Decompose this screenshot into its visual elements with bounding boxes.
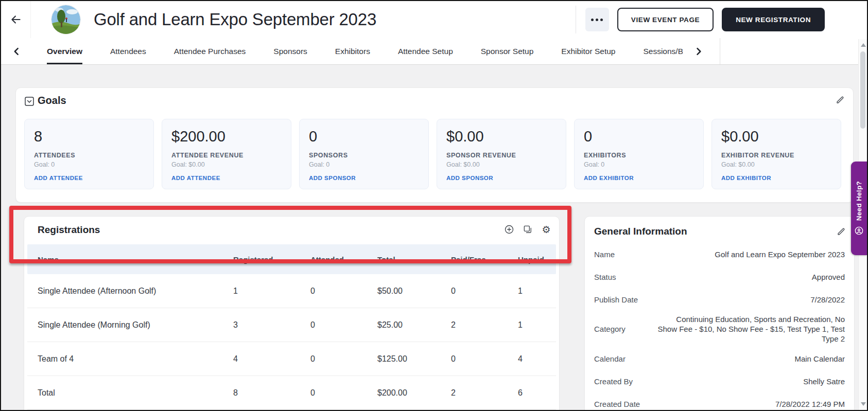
metric-goal: Goal: $0.00 [171, 161, 282, 168]
metric-value: $0.00 [446, 128, 557, 145]
field-value: Approved [812, 272, 845, 282]
cell-paid-free: 2 [451, 388, 518, 398]
copy-icon[interactable] [522, 224, 533, 235]
metric-sponsors: 0 SPONSORS Goal: 0 ADD SPONSOR [299, 119, 429, 189]
cell-registered: 3 [233, 320, 310, 330]
golf-course-image [51, 5, 80, 34]
tab-attendee-setup[interactable]: Attendee Setup [384, 38, 467, 64]
metric-exhibitor-revenue: $0.00 EXHIBITOR REVENUE Goal: $0.00 ADD … [711, 119, 841, 189]
cell-attended: 0 [310, 354, 377, 364]
need-help-tab[interactable]: Need Help? [851, 162, 867, 255]
gear-icon[interactable]: ⚙ [541, 224, 552, 235]
table-header-row: Name Registered Attended Total Paid/Free… [27, 244, 556, 274]
field-category: Category Continuing Education, Sports an… [594, 314, 845, 344]
field-created-by: Created By Shelly Satre [594, 373, 845, 389]
add-attendee-link[interactable]: ADD ATTENDEE [34, 175, 83, 181]
metric-goal: Goal: $0.00 [446, 161, 557, 168]
field-created-date: Created Date 7/28/2022 12:49 PM [594, 396, 845, 411]
tabs-scroll-right-button[interactable] [683, 38, 715, 64]
tab-exhibitor-setup[interactable]: Exhibitor Setup [547, 38, 629, 64]
help-agent-icon [854, 226, 864, 236]
registrations-panel: Registrations ⚙ Name Registered Attended… [24, 216, 560, 411]
cell-total: $25.00 [377, 320, 451, 330]
metric-label: EXHIBITOR REVENUE [721, 152, 831, 159]
more-options-button[interactable] [585, 8, 609, 31]
metric-goal: Goal: 0 [584, 161, 694, 168]
tab-bar: Overview Attendees Attendee Purchases Sp… [1, 38, 867, 65]
field-value: Main Calendar [794, 354, 845, 364]
scroll-up-arrow-icon[interactable] [861, 43, 866, 47]
edit-general-information-icon[interactable] [837, 227, 847, 237]
add-sponsor-link[interactable]: ADD SPONSOR [446, 175, 493, 181]
back-arrow-icon [9, 13, 23, 26]
registrations-table: Name Registered Attended Total Paid/Free… [27, 244, 556, 410]
cell-registered: 1 [233, 287, 310, 296]
cell-name: Team of 4 [38, 354, 233, 364]
metric-label: ATTENDEES [34, 152, 144, 159]
field-publish-date: Publish Date 7/28/2022 [594, 292, 845, 307]
cell-total: $50.00 [377, 287, 451, 296]
tab-attendee-purchases[interactable]: Attendee Purchases [160, 38, 260, 64]
scrollbar-thumb[interactable] [860, 51, 865, 129]
general-information-panel: General Information Name Golf and Learn … [584, 216, 855, 411]
registrations-actions: ⚙ [504, 224, 552, 235]
tabs: Overview Attendees Attendee Purchases Sp… [33, 38, 683, 64]
field-value: Continuing Education, Sports and Recreat… [655, 314, 845, 344]
metric-value: 0 [584, 128, 694, 145]
field-label: Category [594, 325, 626, 333]
cell-registered: 8 [233, 388, 310, 398]
cell-unpaid: 4 [518, 354, 556, 364]
general-information-fields: Name Golf and Learn Expo September 2023 … [585, 241, 854, 411]
event-avatar [51, 5, 80, 34]
add-sponsor-link[interactable]: ADD SPONSOR [309, 175, 356, 181]
cell-registered: 4 [233, 354, 310, 364]
add-attendee-link[interactable]: ADD ATTENDEE [171, 175, 220, 181]
field-status: Status Approved [594, 269, 845, 284]
tab-sponsor-setup[interactable]: Sponsor Setup [467, 38, 548, 64]
ellipsis-icon [591, 19, 594, 21]
metric-value: $200.00 [171, 128, 282, 145]
new-registration-button[interactable]: NEW REGISTRATION [722, 8, 825, 31]
metric-goal: Goal: 0 [309, 161, 419, 168]
metric-attendees: 8 ATTENDEES Goal: 0 ADD ATTENDEE [24, 119, 154, 189]
registrations-title: Registrations [38, 224, 100, 236]
field-label: Name [594, 250, 615, 259]
table-row: Single Attendee (Morning Golf) 3 0 $25.0… [27, 308, 556, 342]
column-header-attended: Attended [310, 255, 377, 264]
tabs-scroll-left-button[interactable] [1, 38, 33, 64]
field-calendar: Calendar Main Calendar [594, 351, 845, 366]
tab-overview[interactable]: Overview [33, 38, 96, 64]
header-divider [576, 6, 576, 33]
collapse-section-icon[interactable] [25, 97, 34, 106]
add-circle-icon[interactable] [504, 224, 515, 235]
metric-exhibitors: 0 EXHIBITORS Goal: 0 ADD EXHIBITOR [574, 119, 704, 189]
cell-paid-free: 2 [451, 320, 518, 330]
registrations-header: Registrations ⚙ [24, 217, 559, 244]
cell-attended: 0 [310, 388, 377, 398]
cell-attended: 0 [310, 320, 377, 330]
back-button[interactable] [1, 1, 31, 38]
view-event-page-button[interactable]: VIEW EVENT PAGE [617, 8, 714, 31]
cell-name: Single Attendee (Morning Golf) [38, 320, 233, 330]
metric-value: 8 [34, 128, 144, 145]
scroll-down-arrow-icon[interactable] [861, 402, 866, 406]
tab-sponsors[interactable]: Sponsors [259, 38, 321, 64]
metric-attendee-revenue: $200.00 ATTENDEE REVENUE Goal: $0.00 ADD… [162, 119, 291, 189]
table-row-total: Total 8 0 $200.00 2 6 [27, 376, 556, 410]
header: Golf and Learn Expo September 2023 VIEW … [1, 1, 867, 38]
add-exhibitor-link[interactable]: ADD EXHIBITOR [721, 175, 771, 181]
tab-exhibitors[interactable]: Exhibitors [321, 38, 384, 64]
tab-sessions-breakouts[interactable]: Sessions/Bre [629, 38, 683, 64]
edit-goals-icon[interactable] [836, 95, 846, 105]
field-label: Created By [594, 377, 633, 386]
metric-label: SPONSOR REVENUE [446, 152, 557, 159]
add-exhibitor-link[interactable]: ADD EXHIBITOR [584, 175, 634, 181]
tab-attendees[interactable]: Attendees [96, 38, 160, 64]
cell-total: $125.00 [377, 354, 451, 364]
metric-value: 0 [309, 128, 419, 145]
field-value: 7/28/2022 12:49 PM [775, 399, 845, 409]
cell-name: Total [38, 388, 233, 398]
field-value: Shelly Satre [803, 377, 845, 386]
metric-sponsor-revenue: $0.00 SPONSOR REVENUE Goal: $0.00 ADD SP… [437, 119, 566, 189]
chevron-right-icon [693, 46, 704, 57]
